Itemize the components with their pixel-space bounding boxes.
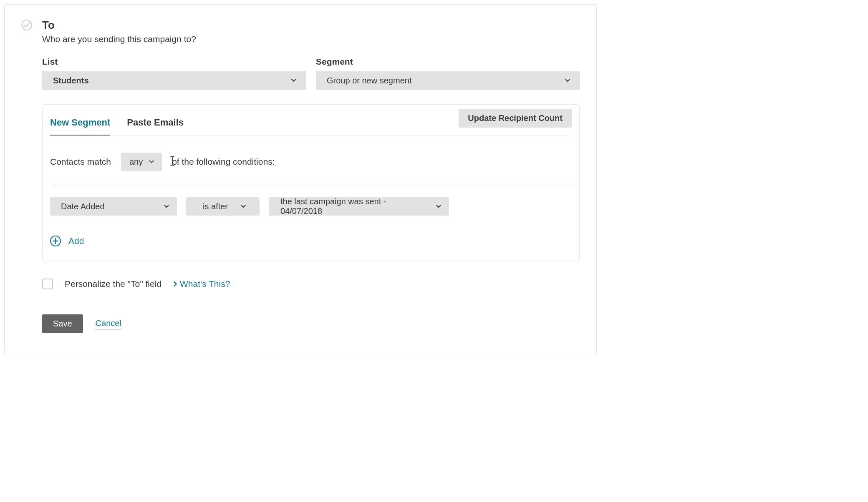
- cancel-link[interactable]: Cancel: [96, 319, 121, 329]
- condition-value-select[interactable]: the last campaign was sent - 04/07/2018: [269, 197, 449, 216]
- chevron-down-icon: [240, 203, 246, 209]
- list-label: List: [42, 57, 306, 67]
- segment-builder-panel: Update Recipient Count New Segment Paste…: [42, 104, 580, 261]
- condition-operator-select[interactable]: is after: [186, 197, 260, 216]
- add-condition-button[interactable]: Add: [50, 236, 572, 246]
- chevron-right-icon: [173, 279, 177, 289]
- tab-new-segment[interactable]: New Segment: [50, 117, 110, 136]
- segment-select-value: Group or new segment: [327, 76, 411, 85]
- segment-select[interactable]: Group or new segment: [316, 71, 580, 90]
- plus-circle-icon: [50, 236, 61, 246]
- condition-value-text: the last campaign was sent - 04/07/2018: [280, 197, 427, 216]
- update-recipient-count-button[interactable]: Update Recipient Count: [459, 109, 572, 128]
- chevron-down-icon: [565, 78, 570, 83]
- chevron-down-icon: [149, 159, 154, 165]
- list-select[interactable]: Students: [42, 71, 306, 90]
- chevron-down-icon: [291, 78, 297, 83]
- match-prefix-text: Contacts match: [50, 157, 111, 167]
- add-condition-label: Add: [68, 236, 84, 246]
- match-mode-select[interactable]: any: [121, 153, 162, 171]
- save-button[interactable]: Save: [42, 314, 83, 333]
- condition-field-value: Date Added: [61, 202, 105, 211]
- section-subtitle: Who are you sending this campaign to?: [42, 34, 196, 44]
- section-title: To: [42, 19, 196, 32]
- to-section-card: To Who are you sending this campaign to?…: [4, 4, 597, 355]
- whats-this-link[interactable]: What's This?: [173, 279, 230, 289]
- condition-operator-value: is after: [203, 202, 228, 211]
- segment-label: Segment: [316, 57, 580, 67]
- chevron-down-icon: [436, 203, 442, 209]
- chevron-down-icon: [164, 203, 169, 209]
- list-select-value: Students: [53, 76, 89, 85]
- personalize-label: Personalize the "To" field: [65, 279, 161, 289]
- match-mode-value: any: [129, 157, 143, 167]
- condition-field-select[interactable]: Date Added: [50, 197, 177, 216]
- condition-row: Date Added is after the last campaign wa…: [50, 197, 572, 216]
- personalize-checkbox[interactable]: [42, 279, 53, 289]
- step-complete-icon: [21, 20, 32, 30]
- match-suffix-text: of the following conditions:: [172, 157, 275, 166]
- tab-paste-emails[interactable]: Paste Emails: [127, 117, 184, 136]
- whats-this-label: What's This?: [180, 279, 230, 289]
